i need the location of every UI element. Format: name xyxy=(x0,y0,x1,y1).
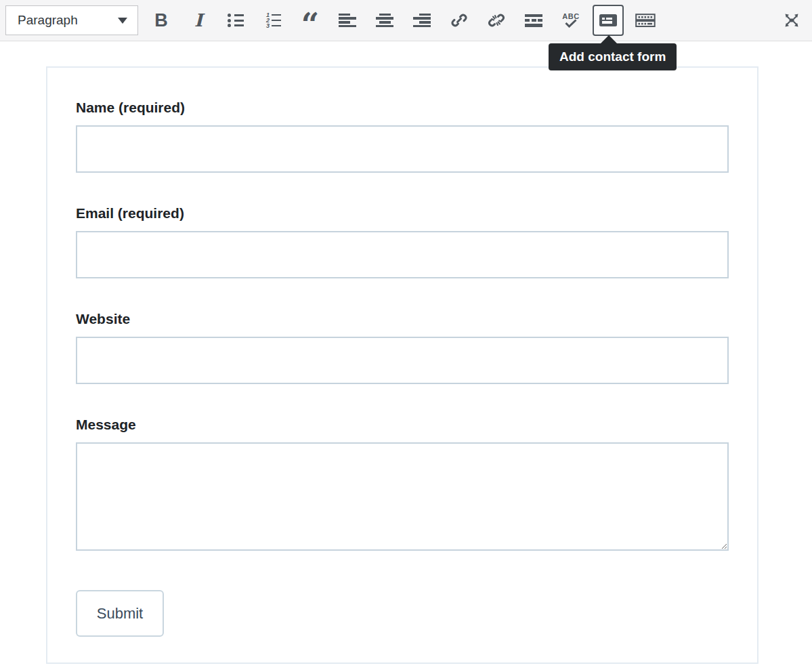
add-contact-form-button[interactable] xyxy=(593,5,624,36)
align-left-button[interactable] xyxy=(334,5,361,35)
name-input[interactable] xyxy=(76,125,729,173)
paragraph-dropdown-value: Paragraph xyxy=(18,13,78,28)
unlink-icon xyxy=(488,12,505,29)
chevron-down-icon xyxy=(118,18,127,24)
align-right-icon xyxy=(413,14,431,28)
message-textarea[interactable] xyxy=(76,442,729,551)
align-center-icon xyxy=(376,14,393,28)
editor-content-area: Name (required) Email (required) Website… xyxy=(0,41,812,664)
bold-button[interactable]: B xyxy=(148,5,175,35)
align-right-button[interactable] xyxy=(408,5,435,35)
website-field-label: Website xyxy=(76,310,729,328)
contact-form-preview: Name (required) Email (required) Website… xyxy=(46,66,758,664)
name-field-label: Name (required) xyxy=(76,99,729,117)
remove-link-button[interactable] xyxy=(483,5,510,35)
message-field-label: Message xyxy=(76,416,729,434)
editor-toolbar: Paragraph B I 1 2 3 “ xyxy=(0,0,812,41)
fullscreen-icon xyxy=(783,12,800,29)
email-input[interactable] xyxy=(76,231,729,278)
align-center-button[interactable] xyxy=(371,5,398,35)
blockquote-button[interactable]: “ xyxy=(297,5,324,35)
message-field-group: Message xyxy=(76,416,729,551)
italic-button[interactable]: I xyxy=(185,5,212,35)
website-field-group: Website xyxy=(76,310,729,384)
contact-form-icon xyxy=(599,13,618,28)
email-field-group: Email (required) xyxy=(76,205,729,278)
add-contact-form-tooltip: Add contact form xyxy=(549,43,677,70)
link-icon xyxy=(450,12,468,29)
numbered-list-button[interactable]: 1 2 3 xyxy=(259,5,286,35)
spellcheck-button[interactable]: ABC xyxy=(557,5,584,35)
numbered-list-icon: 1 2 3 xyxy=(265,13,281,28)
bulleted-list-icon xyxy=(228,14,244,27)
bulleted-list-button[interactable] xyxy=(222,5,249,35)
website-input[interactable] xyxy=(76,337,729,384)
tooltip-arrow-icon xyxy=(600,35,618,44)
blockquote-icon: “ xyxy=(301,11,319,30)
paragraph-dropdown[interactable]: Paragraph xyxy=(5,5,138,35)
email-field-label: Email (required) xyxy=(76,205,729,222)
tooltip-text: Add contact form xyxy=(559,49,666,64)
align-left-icon xyxy=(339,14,356,28)
insert-read-more-button[interactable] xyxy=(520,5,547,35)
submit-button[interactable]: Submit xyxy=(76,590,164,637)
spellcheck-icon: ABC xyxy=(562,13,579,28)
toolbar-toggle-button[interactable] xyxy=(632,5,659,35)
bold-icon: B xyxy=(154,12,168,30)
read-more-icon xyxy=(525,14,542,27)
insert-link-button[interactable] xyxy=(446,5,473,35)
name-field-group: Name (required) xyxy=(76,99,729,173)
keyboard-icon xyxy=(635,12,656,28)
fullscreen-button[interactable] xyxy=(778,5,805,35)
italic-icon: I xyxy=(194,12,202,29)
